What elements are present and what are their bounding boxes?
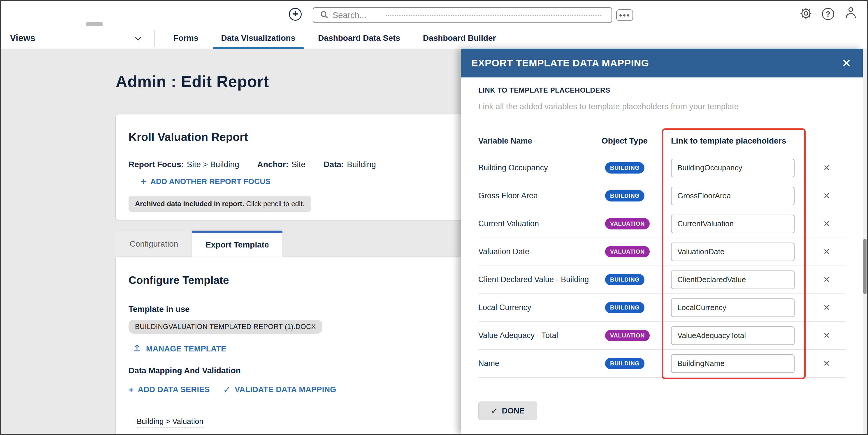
report-focus-row: Report Focus:Site > Building Anchor:Site… [128,160,511,169]
object-type-badge: BUILDING [605,358,645,369]
scrollbar-thumb[interactable] [863,239,867,294]
report-focus-item: Report Focus:Site > Building [128,160,239,169]
nav-bar: Views Forms Data Visualizations Dashboar… [0,28,868,49]
table-row: Name BUILDING ✕ [478,350,845,378]
chevron-down-icon [135,34,142,41]
manage-template-button[interactable]: MANAGE TEMPLATE [133,343,226,354]
placeholder-input[interactable] [671,187,795,205]
archived-data-note: Archived data included in report. Click … [128,196,311,212]
link-placeholders-heading: LINK TO TEMPLATE PLACEHOLDERS [478,86,851,94]
help-icon: ? [826,10,830,19]
plus-icon: + [292,9,298,19]
variable-name: Building Occupancy [478,163,599,172]
nav-divider [154,30,155,46]
search-underline [386,15,601,16]
variable-name: Value Adequacy - Total [478,331,599,340]
variable-name: Gross Floor Area [478,191,599,200]
template-in-use-label: Template in use [128,305,511,314]
tab-configuration[interactable]: Configuration [116,231,192,257]
variable-name: Client Declared Value - Building [478,275,599,284]
column-variable-name: Variable Name [478,137,599,145]
views-label: Views [10,33,35,43]
tab-dashboard-builder[interactable]: Dashboard Builder [411,28,507,48]
drawer-title: EXPORT TEMPLATE DATA MAPPING [471,57,649,69]
placeholder-input[interactable] [671,214,795,233]
gear-icon [799,7,813,21]
placeholder-input[interactable] [671,298,795,317]
tab-dashboard-data-sets[interactable]: Dashboard Data Sets [307,28,411,48]
report-title: Kroll Valuation Report [128,131,511,143]
add-button[interactable]: + [289,8,302,21]
object-type-badge: VALUATION [605,246,650,257]
done-button[interactable]: ✓ DONE [478,402,537,420]
mapping-table-header: Variable Name Object Type Link to templa… [478,128,845,154]
object-type-badge: BUILDING [605,302,645,313]
table-row: Client Declared Value - Building BUILDIN… [478,266,845,294]
nav-tabs: Forms Data Visualizations Dashboard Data… [162,28,507,48]
table-row: Valuation Date VALUATION ✕ [478,238,845,266]
template-file-chip: BUILDINGVALUATION TEMPLATED REPORT (1).D… [128,320,322,334]
search-input[interactable] [333,10,382,20]
close-icon[interactable]: ✕ [842,58,851,69]
tab-export-template[interactable]: Export Template [192,231,282,257]
remove-row-icon[interactable]: ✕ [823,275,830,284]
placeholder-input[interactable] [671,354,795,373]
variable-name: Local Currency [478,303,599,312]
settings-button[interactable] [799,7,813,21]
remove-row-icon[interactable]: ✕ [823,247,830,256]
link-placeholders-subtext: Link all the added variables to template… [478,101,851,112]
anchor-item: Anchor:Site [257,160,306,169]
table-row: Current Valuation VALUATION ✕ [478,210,845,238]
plus-icon: + [141,177,146,186]
placeholder-input[interactable] [671,242,795,261]
object-type-badge: VALUATION [605,218,650,229]
remove-row-icon[interactable]: ✕ [823,303,830,312]
column-link-placeholders: Link to template placeholders [663,136,808,145]
building-valuation-link[interactable]: Building > Valuation [137,417,204,428]
tab-forms[interactable]: Forms [162,28,210,48]
upload-icon [133,343,142,354]
top-bar: + ●●● ? [0,0,868,28]
variable-name: Valuation Date [478,247,599,256]
placeholder-input[interactable] [671,159,795,177]
configure-template-heading: Configure Template [128,274,511,287]
remove-row-icon[interactable]: ✕ [823,219,830,228]
column-object-type: Object Type [599,136,663,145]
scrollbar-track[interactable] [863,49,867,434]
search-box[interactable] [313,7,612,23]
table-row: Gross Floor Area BUILDING ✕ [478,182,845,210]
remove-row-icon[interactable]: ✕ [823,359,830,368]
more-options-button[interactable]: ●●● [616,9,633,21]
logo-mark [86,22,102,26]
plus-icon: + [128,386,134,394]
export-template-data-mapping-drawer: EXPORT TEMPLATE DATA MAPPING ✕ LINK TO T… [461,48,863,434]
user-icon [846,7,856,18]
table-row: Building Occupancy BUILDING ✕ [478,154,845,182]
table-row: Value Adequacy - Total VALUATION ✕ [478,322,845,350]
search-icon [320,10,329,20]
validate-data-mapping-button[interactable]: ✓ VALIDATE DATA MAPPING [223,385,336,394]
data-item: Data:Building [323,160,376,169]
add-report-focus-button[interactable]: + ADD ANOTHER REPORT FOCUS [141,177,271,186]
drawer-header: EXPORT TEMPLATE DATA MAPPING ✕ [461,48,863,77]
check-icon: ✓ [223,386,230,394]
remove-row-icon[interactable]: ✕ [823,331,830,340]
account-button[interactable] [844,7,858,21]
report-tabs: Configuration Export Template [116,231,282,257]
drawer-body: LINK TO TEMPLATE PLACEHOLDERS Link all t… [461,77,863,434]
add-data-series-button[interactable]: + ADD DATA SERIES [128,385,210,394]
mapping-table-rows: Building Occupancy BUILDING ✕ Gross Floo… [478,154,845,378]
tab-data-visualizations[interactable]: Data Visualizations [210,28,307,48]
remove-row-icon[interactable]: ✕ [823,163,830,172]
data-mapping-heading: Data Mapping And Validation [128,366,511,375]
views-dropdown[interactable]: Views [0,28,154,48]
placeholder-input[interactable] [671,270,795,289]
object-type-badge: BUILDING [605,162,645,173]
page-title: Admin : Edit Report [116,72,269,91]
check-icon: ✓ [491,406,498,416]
object-type-badge: BUILDING [605,274,645,285]
ellipsis-icon: ●●● [619,12,630,18]
remove-row-icon[interactable]: ✕ [823,191,830,200]
help-button[interactable]: ? [822,8,834,20]
placeholder-input[interactable] [671,326,795,345]
